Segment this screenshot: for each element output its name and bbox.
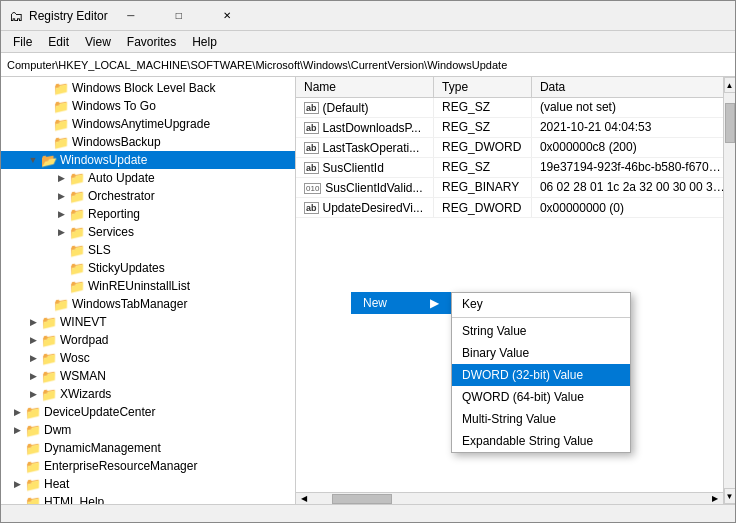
row-type: REG_BINARY: [434, 177, 532, 198]
tree-item-enterprise-rm[interactable]: 📁 EnterpriseResourceManager: [1, 457, 295, 475]
folder-icon: 📁: [69, 225, 85, 240]
tree-label: Wosc: [60, 351, 90, 365]
submenu-key[interactable]: Key: [452, 293, 630, 315]
table-row[interactable]: 010SusClientIdValid... REG_BINARY 06 02 …: [296, 177, 735, 198]
menu-favorites[interactable]: Favorites: [119, 33, 184, 51]
row-type: REG_DWORD: [434, 137, 532, 157]
tree-label: Orchestrator: [88, 189, 155, 203]
tree-item-sticky-updates[interactable]: 📁 StickyUpdates: [1, 259, 295, 277]
tree-item-windows-to-go[interactable]: 📁 Windows To Go: [1, 97, 295, 115]
table-row[interactable]: abUpdateDesiredVi... REG_DWORD 0x0000000…: [296, 198, 735, 218]
tree-item-winre[interactable]: 📁 WinREUninstallList: [1, 277, 295, 295]
close-button[interactable]: ✕: [204, 1, 250, 31]
tree-label: Auto Update: [88, 171, 155, 185]
menu-file[interactable]: File: [5, 33, 40, 51]
folder-icon: 📁: [53, 117, 69, 132]
tree-item-windows-anytime[interactable]: 📁 WindowsAnytimeUpgrade: [1, 115, 295, 133]
h-right-arrow[interactable]: ▶: [707, 493, 723, 505]
reg-dword-icon: ab: [304, 202, 319, 214]
submenu-binary-value[interactable]: Binary Value: [452, 342, 630, 364]
window-controls: ─ □ ✕: [108, 1, 250, 31]
expand-icon: [9, 458, 25, 474]
row-type: REG_DWORD: [434, 198, 532, 218]
table-row[interactable]: abSusClientId REG_SZ 19e37194-923f-46bc-…: [296, 157, 735, 177]
context-menu: New ▶ Key String Value Binary Value DWOR…: [351, 292, 451, 314]
row-data: 0x000000c8 (200): [531, 137, 734, 157]
reg-sz-icon: ab: [304, 102, 319, 114]
folder-icon: 📁: [69, 189, 85, 204]
scroll-track: [724, 93, 736, 488]
tree-item-wsman[interactable]: ▶ 📁 WSMAN: [1, 367, 295, 385]
tree-item-windows-backup[interactable]: 📁 WindowsBackup: [1, 133, 295, 151]
folder-open-icon: 📂: [41, 153, 57, 168]
table-row[interactable]: ab(Default) REG_SZ (value not set): [296, 97, 735, 117]
table-row[interactable]: abLastDownloadsP... REG_SZ 2021-10-21 04…: [296, 117, 735, 137]
new-label: New: [363, 296, 387, 310]
tree-item-winevt[interactable]: ▶ 📁 WINEVT: [1, 313, 295, 331]
col-data: Data: [531, 77, 734, 97]
expand-icon: ▶: [25, 332, 41, 348]
row-data: 2021-10-21 04:04:53: [531, 117, 734, 137]
tree-item-heat[interactable]: ▶ 📁 Heat: [1, 475, 295, 493]
expand-icon: [37, 80, 53, 96]
main-content: 📁 Windows Block Level Back 📁 Windows To …: [1, 77, 735, 504]
tree-item-windows-block[interactable]: 📁 Windows Block Level Back: [1, 79, 295, 97]
menu-edit[interactable]: Edit: [40, 33, 77, 51]
expand-icon: [53, 260, 69, 276]
app-icon: 🗂: [9, 8, 23, 24]
tree-item-auto-update[interactable]: ▶ 📁 Auto Update: [1, 169, 295, 187]
tree-item-html-help[interactable]: 📁 HTML Help: [1, 493, 295, 504]
tree-label: Reporting: [88, 207, 140, 221]
folder-icon: 📁: [53, 297, 69, 312]
expand-icon: [53, 278, 69, 294]
h-scroll-thumb[interactable]: [332, 494, 392, 504]
submenu-string-value[interactable]: String Value: [452, 320, 630, 342]
tree-label: DeviceUpdateCenter: [44, 405, 155, 419]
scroll-up-arrow[interactable]: ▲: [724, 77, 736, 93]
scroll-down-arrow[interactable]: ▼: [724, 488, 736, 504]
tree-item-sls[interactable]: 📁 SLS: [1, 241, 295, 259]
submenu-expandable-value[interactable]: Expandable String Value: [452, 430, 630, 452]
title-bar: 🗂 Registry Editor ─ □ ✕: [1, 1, 735, 31]
tree-item-wordpad[interactable]: ▶ 📁 Wordpad: [1, 331, 295, 349]
reg-sz-icon: ab: [304, 122, 319, 134]
expand-icon: ▶: [9, 476, 25, 492]
submenu-qword-value[interactable]: QWORD (64-bit) Value: [452, 386, 630, 408]
tree-item-device-update[interactable]: ▶ 📁 DeviceUpdateCenter: [1, 403, 295, 421]
tree-item-windows-tab[interactable]: 📁 WindowsTabManager: [1, 295, 295, 313]
new-menu-item[interactable]: New ▶: [351, 292, 451, 314]
right-pane: Name Type Data ab(Default) REG_SZ (value…: [296, 77, 735, 504]
tree-item-xwizards[interactable]: ▶ 📁 XWizards: [1, 385, 295, 403]
tree-item-windows-update[interactable]: ▼ 📂 WindowsUpdate: [1, 151, 295, 169]
status-bar: [1, 504, 735, 523]
scroll-thumb[interactable]: [725, 103, 735, 143]
folder-icon: 📁: [53, 99, 69, 114]
minimize-button[interactable]: ─: [108, 1, 154, 31]
menu-help[interactable]: Help: [184, 33, 225, 51]
h-left-arrow[interactable]: ◀: [296, 493, 312, 505]
title-text: Registry Editor: [29, 9, 108, 23]
tree-item-dwm[interactable]: ▶ 📁 Dwm: [1, 421, 295, 439]
tree-item-dynamic-mgmt[interactable]: 📁 DynamicManagement: [1, 439, 295, 457]
table-row[interactable]: abLastTaskOperati... REG_DWORD 0x000000c…: [296, 137, 735, 157]
expand-icon: ▶: [53, 224, 69, 240]
menu-divider: [452, 317, 630, 318]
tree-label: HTML Help: [44, 495, 104, 504]
maximize-button[interactable]: □: [156, 1, 202, 31]
row-name: 010SusClientIdValid...: [296, 177, 434, 198]
tree-label: Services: [88, 225, 134, 239]
tree-item-orchestrator[interactable]: ▶ 📁 Orchestrator: [1, 187, 295, 205]
row-type: REG_SZ: [434, 157, 532, 177]
tree-item-wosc[interactable]: ▶ 📁 Wosc: [1, 349, 295, 367]
tree-item-services[interactable]: ▶ 📁 Services: [1, 223, 295, 241]
tree-label: StickyUpdates: [88, 261, 165, 275]
expand-icon: [37, 296, 53, 312]
folder-icon: 📁: [69, 171, 85, 186]
expand-icon: ▶: [53, 188, 69, 204]
tree-item-reporting[interactable]: ▶ 📁 Reporting: [1, 205, 295, 223]
submenu-multistring-value[interactable]: Multi-String Value: [452, 408, 630, 430]
reg-binary-icon: 010: [304, 183, 321, 194]
tree-label: Heat: [44, 477, 69, 491]
submenu-dword-value[interactable]: DWORD (32-bit) Value: [452, 364, 630, 386]
menu-view[interactable]: View: [77, 33, 119, 51]
